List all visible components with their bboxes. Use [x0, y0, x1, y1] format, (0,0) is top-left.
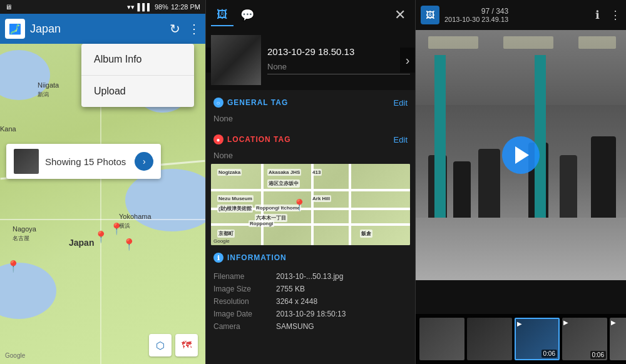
mini-label-nezu: Nezu Museum: [217, 195, 254, 202]
gallery-icon: 🖼: [426, 10, 434, 20]
thumb-duration-3: 0:06: [541, 350, 557, 358]
nav-next-button[interactable]: ›: [400, 48, 415, 73]
location-tag-value: None: [206, 149, 415, 164]
photo-date: 2013-10-29 18.50.13: [267, 46, 410, 57]
thumb-duration-4: 0:06: [590, 351, 606, 359]
mini-label-akasaka2: 港区立赤坂中: [267, 179, 300, 188]
app-title: Japan: [30, 23, 170, 36]
label-imagedate: Image Date: [213, 310, 276, 318]
mini-label-ark: Ark Hill: [311, 195, 331, 202]
more-button[interactable]: ⋮: [610, 8, 621, 22]
panel3-app-icon[interactable]: 🖼: [421, 6, 439, 24]
panel2-tabs: 🖼 💬: [211, 4, 259, 26]
detail-scroll-area: ○ GENERAL TAG Edit None ● LOCATION TAG E…: [206, 90, 415, 361]
ceiling-light-2: [503, 36, 553, 49]
location-tag-icon: ●: [213, 134, 223, 144]
maps-button[interactable]: 🗺: [175, 334, 198, 356]
pillar-full-1: [434, 55, 446, 230]
location-tag-edit[interactable]: Edit: [394, 135, 408, 144]
screen-icon: 🖥: [5, 3, 12, 11]
mini-google-logo: Google: [213, 238, 230, 244]
general-tag-header: ○ GENERAL TAG Edit: [206, 93, 415, 113]
map-nav-buttons: ⬡ 🗺: [149, 334, 198, 356]
road-v1: [100, 88, 101, 364]
panel-video: 🖼 97 / 343 2013-10-30 23.49.13 ℹ ⋮: [416, 0, 626, 364]
video-area: [416, 30, 626, 280]
panel3-header: 🖼 97 / 343 2013-10-30 23.49.13 ℹ ⋮: [416, 0, 626, 30]
mini-label-413: 413: [311, 169, 322, 176]
more-icon[interactable]: ⋮: [188, 21, 200, 36]
panel-photo-detail: 🖼 💬 ✕ ‹ 2013-10-29 18.50.13 None › ○ GEN…: [205, 0, 416, 364]
showing-photos-text: Showing 15 Photos: [45, 156, 126, 167]
mini-label-kyoto: 京都町: [217, 230, 235, 238]
person-6: [591, 136, 616, 230]
road-h2: [0, 219, 205, 220]
location-tag-header: ● LOCATION TAG Edit: [206, 129, 415, 149]
value-filename: 2013-10-...50.13.jpg: [276, 272, 343, 281]
menu-upload[interactable]: Upload: [81, 76, 194, 107]
app-logo-icon: 🗾: [9, 23, 21, 35]
thumbnail-2[interactable]: [467, 318, 512, 360]
directions-button[interactable]: ⬡: [149, 334, 172, 356]
mini-label-nogizaka: Nogizaka: [217, 169, 242, 176]
thumbnail-5[interactable]: ▶: [610, 318, 626, 360]
map-pin-2: 📍: [110, 222, 123, 236]
info-row-camera: Camera SAMSUNG: [213, 320, 408, 333]
menu-album-info[interactable]: Album Info: [81, 44, 194, 76]
arrow-right-icon: ›: [143, 156, 146, 166]
general-tag-icon: ○: [213, 98, 223, 108]
photo-detail-thumbnail: [211, 35, 261, 85]
information-label: INFORMATION: [227, 253, 287, 262]
play-button[interactable]: [502, 136, 540, 174]
city-nagoya-jp: 名古屋: [13, 235, 29, 243]
mini-label-akasaka: Akasaka JHS: [267, 169, 301, 176]
general-tag-title: ○ GENERAL TAG: [213, 98, 288, 108]
mini-label-roppongi3: Roppongi: [249, 220, 274, 227]
play-icon: [515, 146, 529, 164]
map-pin-3: 📍: [122, 238, 136, 251]
video-icon-5: ▶: [611, 319, 616, 326]
info-row-resolution: Resolution 3264 x 2448: [213, 295, 408, 308]
mini-road-h3: [211, 223, 410, 226]
general-tag-value: None: [206, 113, 415, 127]
label-imagesize: Image Size: [213, 285, 276, 293]
location-tag-title: ● LOCATION TAG: [213, 134, 291, 144]
value-resolution: 3264 x 2448: [276, 297, 317, 306]
signal-icon: ▌▌▌: [137, 3, 151, 11]
app-bar: 🗾 Japan ↻ ⋮: [0, 14, 205, 44]
location-mini-map[interactable]: Nogizaka Akasaka JHS 港区立赤坂中 Ark Hill Rop…: [211, 164, 410, 245]
info-button[interactable]: ℹ: [595, 8, 600, 22]
information-header: ℹ INFORMATION: [206, 248, 415, 268]
panel3-header-left: 🖼 97 / 343 2013-10-30 23.49.13: [421, 6, 508, 24]
city-niigata-jp: 新潟: [38, 91, 49, 99]
tab-comment[interactable]: 💬: [236, 4, 259, 26]
map-pin-1: 📍: [94, 230, 108, 244]
showing-photos-arrow[interactable]: ›: [135, 152, 153, 171]
photo-tab-icon: 🖼: [217, 8, 228, 21]
thumb-img-2: [467, 318, 512, 360]
refresh-icon[interactable]: ↻: [170, 21, 180, 36]
city-kana: Kana: [0, 125, 16, 133]
app-icon[interactable]: 🗾: [5, 19, 25, 39]
general-tag-edit[interactable]: Edit: [394, 98, 408, 108]
city-japan: Japan: [69, 238, 94, 248]
scene-ceiling: [416, 30, 626, 105]
tab-photo[interactable]: 🖼: [211, 4, 233, 26]
thumbnail-1[interactable]: [419, 318, 464, 360]
label-camera: Camera: [213, 322, 276, 331]
label-resolution: Resolution: [213, 297, 276, 306]
maps-icon: 🗺: [182, 340, 192, 351]
mini-label-hanzomon: 飯倉: [360, 230, 372, 238]
panel3-header-right: ℹ ⋮: [595, 8, 621, 22]
thumb-img-1: [419, 318, 464, 360]
showing-photos-card[interactable]: Showing 15 Photos ›: [6, 144, 161, 179]
mini-label-nezu2: (財)根津美術館: [217, 205, 253, 213]
thumbnail-3[interactable]: ▶ 0:06: [515, 318, 560, 360]
map-pin-4: 📍: [6, 260, 20, 273]
info-row-imagedate: Image Date 2013-10-29 18:50:13: [213, 308, 408, 320]
value-imagesize: 2755 KB: [276, 285, 305, 293]
close-button[interactable]: ✕: [390, 5, 410, 25]
scene-floor: [416, 218, 626, 280]
city-niigata: Niigata: [38, 81, 59, 89]
thumbnail-4[interactable]: ▶ 0:06: [562, 318, 607, 360]
